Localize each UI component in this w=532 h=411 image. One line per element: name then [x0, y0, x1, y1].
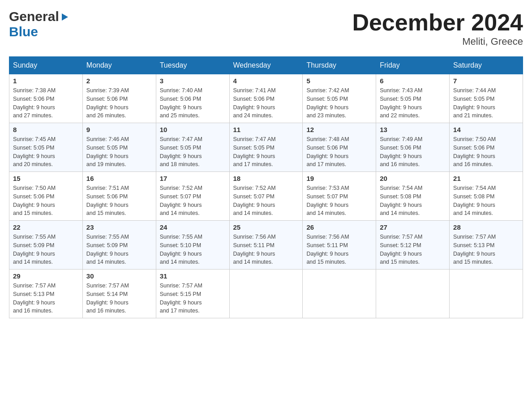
day-info: Sunrise: 7:57 AM Sunset: 5:13 PM Dayligh… [13, 282, 79, 315]
sunset-label: Sunset: 5:05 PM [453, 96, 494, 102]
calendar-cell: 5 Sunrise: 7:42 AM Sunset: 5:05 PM Dayli… [303, 74, 376, 123]
sunset-label: Sunset: 5:06 PM [86, 96, 128, 102]
day-number: 12 [306, 126, 372, 133]
day-number: 24 [160, 223, 226, 231]
calendar-cell: 15 Sunrise: 7:50 AM Sunset: 5:06 PM Dayl… [9, 172, 83, 221]
sunset-label: Sunset: 5:06 PM [160, 96, 201, 102]
day-info: Sunrise: 7:42 AM Sunset: 5:05 PM Dayligh… [306, 86, 372, 120]
sunrise-label: Sunrise: 7:46 AM [86, 136, 129, 142]
calendar-cell: 28 Sunrise: 7:57 AM Sunset: 5:13 PM Dayl… [450, 221, 523, 270]
daylight-label: Daylight: 9 hours [233, 251, 275, 257]
calendar-header-row: SundayMondayTuesdayWednesdayThursdayFrid… [9, 57, 523, 74]
daylight-minutes: and 16 minutes. [86, 308, 126, 314]
day-of-week-header: Monday [82, 57, 156, 74]
calendar-cell: 30 Sunrise: 7:57 AM Sunset: 5:14 PM Dayl… [82, 270, 156, 318]
daylight-minutes: and 19 minutes. [86, 161, 126, 167]
day-number: 30 [86, 272, 152, 280]
daylight-minutes: and 18 minutes. [160, 161, 200, 167]
daylight-minutes: and 14 minutes. [233, 259, 273, 265]
sunrise-label: Sunrise: 7:57 AM [13, 283, 56, 289]
svg-marker-0 [62, 13, 68, 21]
daylight-label: Daylight: 9 hours [160, 300, 202, 306]
daylight-label: Daylight: 9 hours [13, 251, 55, 257]
daylight-label: Daylight: 9 hours [86, 300, 129, 306]
sunrise-label: Sunrise: 7:47 AM [160, 136, 202, 142]
calendar-cell [450, 270, 523, 318]
sunrise-label: Sunrise: 7:55 AM [13, 234, 56, 240]
daylight-label: Daylight: 9 hours [233, 104, 275, 111]
daylight-minutes: and 16 minutes. [380, 161, 420, 167]
daylight-label: Daylight: 9 hours [306, 104, 348, 111]
day-of-week-header: Wednesday [229, 57, 303, 74]
sunrise-label: Sunrise: 7:48 AM [306, 136, 349, 142]
daylight-minutes: and 15 minutes. [13, 210, 53, 216]
daylight-minutes: and 17 minutes. [233, 161, 273, 167]
day-number: 8 [13, 126, 79, 133]
daylight-label: Daylight: 9 hours [306, 251, 348, 257]
daylight-label: Daylight: 9 hours [13, 300, 55, 306]
sunset-label: Sunset: 5:05 PM [233, 145, 275, 151]
sunrise-label: Sunrise: 7:57 AM [160, 283, 202, 289]
day-info: Sunrise: 7:55 AM Sunset: 5:09 PM Dayligh… [13, 233, 79, 266]
day-number: 31 [160, 272, 226, 280]
calendar-cell: 18 Sunrise: 7:52 AM Sunset: 5:07 PM Dayl… [229, 172, 303, 221]
day-info: Sunrise: 7:40 AM Sunset: 5:06 PM Dayligh… [160, 86, 226, 120]
sunset-label: Sunset: 5:05 PM [306, 96, 348, 102]
day-info: Sunrise: 7:53 AM Sunset: 5:07 PM Dayligh… [306, 184, 372, 218]
logo: General Blue [9, 9, 70, 39]
daylight-minutes: and 15 minutes. [86, 210, 126, 216]
daylight-label: Daylight: 9 hours [13, 104, 55, 111]
sunset-label: Sunset: 5:07 PM [160, 193, 201, 200]
daylight-label: Daylight: 9 hours [380, 251, 422, 257]
daylight-label: Daylight: 9 hours [160, 104, 202, 111]
day-info: Sunrise: 7:57 AM Sunset: 5:12 PM Dayligh… [380, 233, 446, 266]
calendar-cell: 16 Sunrise: 7:51 AM Sunset: 5:06 PM Dayl… [82, 172, 156, 221]
sunset-label: Sunset: 5:11 PM [306, 242, 348, 248]
sunrise-label: Sunrise: 7:49 AM [380, 136, 422, 142]
day-of-week-header: Tuesday [156, 57, 229, 74]
daylight-minutes: and 14 minutes. [13, 259, 53, 265]
calendar-week-row: 15 Sunrise: 7:50 AM Sunset: 5:06 PM Dayl… [9, 172, 523, 221]
day-number: 17 [160, 175, 226, 182]
sunrise-label: Sunrise: 7:57 AM [380, 234, 422, 240]
day-info: Sunrise: 7:45 AM Sunset: 5:05 PM Dayligh… [13, 135, 79, 169]
sunrise-label: Sunrise: 7:54 AM [453, 185, 496, 191]
daylight-minutes: and 14 minutes. [453, 210, 493, 216]
sunset-label: Sunset: 5:14 PM [86, 291, 128, 297]
day-number: 19 [306, 175, 372, 182]
logo-general-text: General [9, 9, 59, 24]
calendar-cell: 20 Sunrise: 7:54 AM Sunset: 5:08 PM Dayl… [376, 172, 450, 221]
day-number: 15 [13, 175, 79, 182]
day-info: Sunrise: 7:41 AM Sunset: 5:06 PM Dayligh… [233, 86, 299, 120]
sunrise-label: Sunrise: 7:52 AM [160, 185, 202, 191]
sunrise-label: Sunrise: 7:54 AM [380, 185, 422, 191]
sunrise-label: Sunrise: 7:43 AM [380, 87, 422, 94]
day-info: Sunrise: 7:55 AM Sunset: 5:10 PM Dayligh… [160, 233, 226, 266]
day-number: 23 [86, 223, 152, 231]
daylight-label: Daylight: 9 hours [453, 251, 495, 257]
daylight-minutes: and 22 minutes. [380, 112, 420, 119]
sunrise-label: Sunrise: 7:52 AM [233, 185, 276, 191]
daylight-minutes: and 17 minutes. [160, 308, 200, 314]
logo-blue-text: Blue [9, 24, 38, 39]
title-block: December 2024 Meliti, Greece [352, 9, 523, 47]
daylight-minutes: and 25 minutes. [160, 112, 200, 119]
daylight-minutes: and 26 minutes. [86, 112, 126, 119]
calendar-week-row: 22 Sunrise: 7:55 AM Sunset: 5:09 PM Dayl… [9, 221, 523, 270]
day-info: Sunrise: 7:57 AM Sunset: 5:14 PM Dayligh… [86, 282, 152, 315]
calendar-cell: 13 Sunrise: 7:49 AM Sunset: 5:06 PM Dayl… [376, 123, 450, 172]
day-info: Sunrise: 7:50 AM Sunset: 5:06 PM Dayligh… [13, 184, 79, 218]
daylight-label: Daylight: 9 hours [306, 153, 348, 159]
calendar-cell: 3 Sunrise: 7:40 AM Sunset: 5:06 PM Dayli… [156, 74, 229, 123]
calendar-cell: 10 Sunrise: 7:47 AM Sunset: 5:05 PM Dayl… [156, 123, 229, 172]
day-number: 25 [233, 223, 299, 231]
sunrise-label: Sunrise: 7:41 AM [233, 87, 276, 94]
calendar-cell: 7 Sunrise: 7:44 AM Sunset: 5:05 PM Dayli… [450, 74, 523, 123]
calendar-week-row: 8 Sunrise: 7:45 AM Sunset: 5:05 PM Dayli… [9, 123, 523, 172]
calendar-cell: 9 Sunrise: 7:46 AM Sunset: 5:05 PM Dayli… [82, 123, 156, 172]
calendar-cell [303, 270, 376, 318]
calendar-table: SundayMondayTuesdayWednesdayThursdayFrid… [9, 56, 523, 318]
sunset-label: Sunset: 5:15 PM [160, 291, 201, 297]
sunset-label: Sunset: 5:06 PM [233, 96, 275, 102]
sunset-label: Sunset: 5:06 PM [453, 145, 494, 151]
